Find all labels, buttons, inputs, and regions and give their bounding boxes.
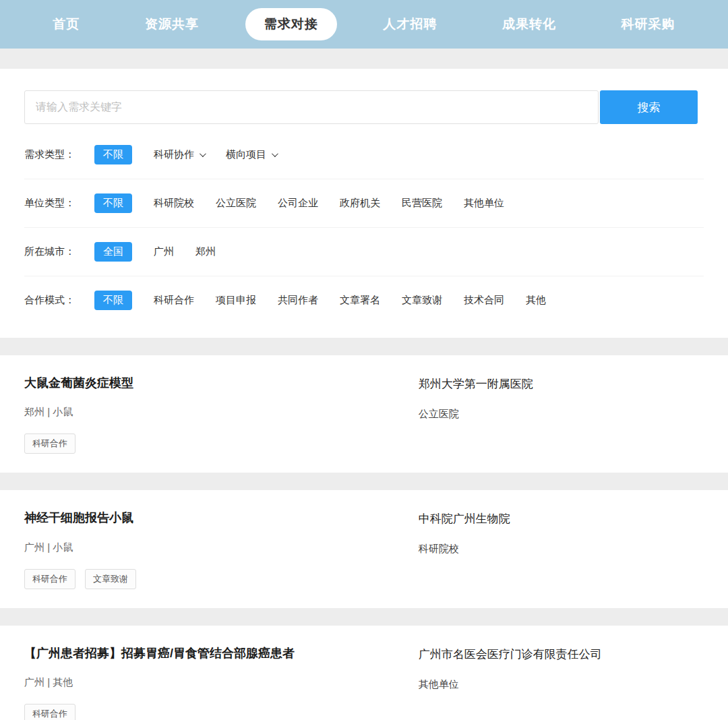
- nav-item-resource-sharing[interactable]: 资源共享: [126, 8, 218, 40]
- result-location: 广州 | 其他: [24, 676, 419, 689]
- result-tags: 科研合作 文章致谢: [24, 569, 419, 589]
- result-org-name: 郑州大学第一附属医院: [419, 377, 704, 392]
- result-title[interactable]: 【广州患者招募】招募胃癌/胃食管结合部腺癌患者: [24, 646, 419, 661]
- filter-option-public-hospital[interactable]: 公立医院: [216, 197, 256, 210]
- chevron-down-icon: [200, 150, 206, 157]
- filter-label-org-type: 单位类型：: [24, 197, 94, 210]
- search-input[interactable]: [24, 90, 599, 124]
- filter-label-city: 所在城市：: [24, 245, 94, 258]
- result-tag: 科研合作: [24, 569, 75, 589]
- nav-item-home[interactable]: 首页: [34, 8, 98, 40]
- result-org-type: 科研院校: [419, 543, 704, 556]
- result-card-right: 广州市名医会医疗门诊有限责任公司 其他单位: [419, 646, 704, 720]
- filter-option-research-institute[interactable]: 科研院校: [154, 197, 194, 210]
- result-card-grid: 【广州患者招募】招募胃癌/胃食管结合部腺癌患者 广州 | 其他 科研合作 广州市…: [24, 646, 704, 720]
- result-card-grid: 神经干细胞报告小鼠 广州 | 小鼠 科研合作 文章致谢 中科院广州生物院 科研院…: [24, 510, 704, 589]
- filter-option-co-author[interactable]: 共同作者: [278, 294, 318, 307]
- filter-option-label: 横向项目: [226, 148, 266, 161]
- filter-label-coop-mode: 合作模式：: [24, 294, 94, 307]
- chevron-down-icon: [272, 150, 278, 157]
- result-card-right: 郑州大学第一附属医院 公立医院: [419, 376, 704, 454]
- filter-option-tech-contract[interactable]: 技术合同: [464, 294, 504, 307]
- result-tag: 文章致谢: [85, 569, 136, 589]
- result-tags: 科研合作: [24, 433, 419, 454]
- result-card-left: 【广州患者招募】招募胃癌/胃食管结合部腺癌患者 广州 | 其他 科研合作: [24, 646, 419, 720]
- filter-row-org-type: 单位类型： 不限 科研院校 公立医院 公司企业 政府机关 民营医院 其他单位: [24, 179, 704, 228]
- result-tag: 科研合作: [24, 433, 75, 454]
- result-card-grid: 大鼠金葡菌炎症模型 郑州 | 小鼠 科研合作 郑州大学第一附属医院 公立医院: [24, 376, 704, 454]
- filter-label-demand-type: 需求类型：: [24, 148, 94, 161]
- filter-option-article-acknowledgement[interactable]: 文章致谢: [402, 294, 442, 307]
- result-tags: 科研合作: [24, 704, 419, 720]
- nav-item-talent-recruitment[interactable]: 人才招聘: [364, 8, 456, 40]
- filter-options-city: 全国 广州 郑州: [94, 242, 216, 262]
- filter-option-horizontal-project-dropdown[interactable]: 横向项目: [226, 148, 276, 161]
- search-button[interactable]: 搜索: [600, 90, 698, 124]
- filter-option-other-org[interactable]: 其他单位: [464, 197, 504, 210]
- filter-option-demand-unlimited[interactable]: 不限: [94, 145, 132, 164]
- result-org-name: 中科院广州生物院: [419, 512, 704, 527]
- filter-option-coop-research[interactable]: 科研合作: [154, 294, 194, 307]
- nav-item-demand-matching[interactable]: 需求对接: [245, 8, 337, 40]
- filter-option-article-signature[interactable]: 文章署名: [340, 294, 380, 307]
- result-card[interactable]: 神经干细胞报告小鼠 广州 | 小鼠 科研合作 文章致谢 中科院广州生物院 科研院…: [0, 490, 728, 607]
- filter-option-city-national[interactable]: 全国: [94, 242, 132, 262]
- result-title[interactable]: 神经干细胞报告小鼠: [24, 510, 419, 526]
- filter-option-label: 科研协作: [154, 148, 194, 161]
- filter-options-demand-type: 不限 科研协作 横向项目: [94, 145, 276, 164]
- result-location: 郑州 | 小鼠: [24, 406, 419, 419]
- result-card-right: 中科院广州生物院 科研院校: [419, 510, 704, 589]
- filter-option-coop-other[interactable]: 其他: [526, 294, 546, 307]
- result-tag: 科研合作: [24, 704, 75, 720]
- top-navigation: 首页 资源共享 需求对接 人才招聘 成果转化 科研采购: [0, 0, 728, 49]
- filter-option-government[interactable]: 政府机关: [340, 197, 380, 210]
- filter-row-coop-mode: 合作模式： 不限 科研合作 项目申报 共同作者 文章署名 文章致谢 技术合同 其…: [24, 276, 704, 324]
- result-org-type: 公立医院: [419, 408, 704, 421]
- filter-option-project-application[interactable]: 项目申报: [216, 294, 256, 307]
- result-card[interactable]: 【广州患者招募】招募胃癌/胃食管结合部腺癌患者 广州 | 其他 科研合作 广州市…: [0, 626, 728, 720]
- result-location: 广州 | 小鼠: [24, 541, 419, 554]
- filter-option-city-guangzhou[interactable]: 广州: [154, 245, 174, 258]
- filter-panel: 搜索 需求类型： 不限 科研协作 横向项目 单位类型： 不限 科研院校 公立医院…: [0, 69, 728, 338]
- nav-item-achievement-transfer[interactable]: 成果转化: [483, 8, 575, 40]
- result-card-left: 神经干细胞报告小鼠 广州 | 小鼠 科研合作 文章致谢: [24, 510, 419, 589]
- result-org-type: 其他单位: [419, 678, 704, 691]
- filter-option-city-zhengzhou[interactable]: 郑州: [195, 245, 216, 258]
- result-card[interactable]: 大鼠金葡菌炎症模型 郑州 | 小鼠 科研合作 郑州大学第一附属医院 公立医院: [0, 355, 728, 473]
- filter-option-research-collab-dropdown[interactable]: 科研协作: [154, 148, 204, 161]
- result-card-left: 大鼠金葡菌炎症模型 郑州 | 小鼠 科研合作: [24, 376, 419, 454]
- result-org-name: 广州市名医会医疗门诊有限责任公司: [419, 647, 704, 663]
- filter-option-company[interactable]: 公司企业: [278, 197, 318, 210]
- search-bar: 搜索: [24, 90, 704, 124]
- nav-item-research-procurement[interactable]: 科研采购: [603, 8, 694, 40]
- filter-row-city: 所在城市： 全国 广州 郑州: [24, 228, 704, 276]
- filter-row-demand-type: 需求类型： 不限 科研协作 横向项目: [24, 131, 704, 179]
- filter-option-coop-unlimited[interactable]: 不限: [94, 291, 132, 310]
- filter-options-coop-mode: 不限 科研合作 项目申报 共同作者 文章署名 文章致谢 技术合同 其他: [94, 291, 546, 310]
- filter-option-private-hospital[interactable]: 民营医院: [402, 197, 442, 210]
- filter-options-org-type: 不限 科研院校 公立医院 公司企业 政府机关 民营医院 其他单位: [94, 193, 504, 213]
- result-title[interactable]: 大鼠金葡菌炎症模型: [24, 376, 419, 391]
- filter-option-org-unlimited[interactable]: 不限: [94, 193, 132, 213]
